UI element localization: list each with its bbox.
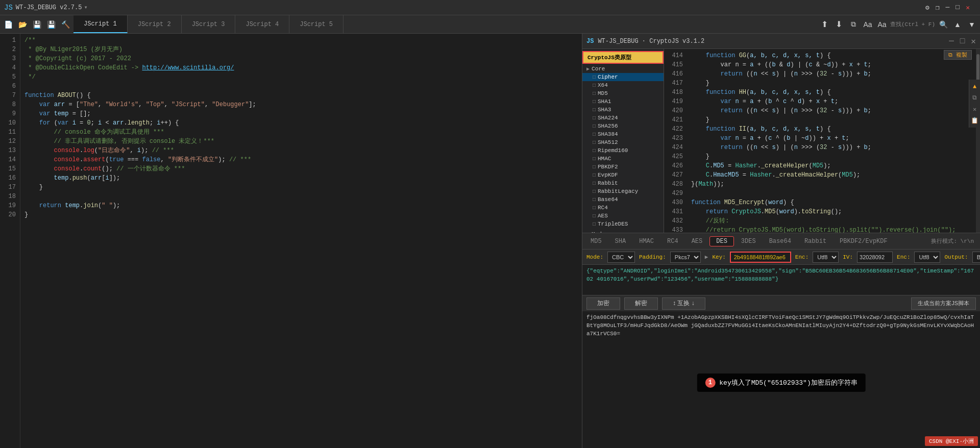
action-row: 加密 解密 ↕ 互换 ↓ 生成当前方案JS脚本 (582, 295, 980, 311)
iv-input[interactable] (857, 252, 893, 263)
crypto-panel-close[interactable]: ─ (949, 37, 954, 46)
encrypt-btn[interactable]: 加密 (586, 297, 620, 310)
maximize-icon[interactable]: □ (953, 3, 962, 12)
tab-sha[interactable]: SHA (609, 237, 632, 246)
crypto-body: CryptoJS类原型 ▶ Core □ Cipher □ X64 (582, 49, 980, 233)
enc2-select[interactable]: Utf8 (914, 252, 940, 263)
decrypt-btn[interactable]: 解密 (624, 297, 658, 310)
new-btn[interactable]: 📄 (2, 18, 14, 31)
algo-tabs: MD5 SHA HMAC RC4 AES DES 3DES Base64 Rab… (582, 233, 980, 249)
tree-item-label: RC4 (598, 205, 608, 211)
tree-item-sha1[interactable]: □ SHA1 (582, 97, 664, 106)
tree-item-sha256[interactable]: □ SHA256 (582, 122, 664, 130)
save-all-btn[interactable]: 💾 (45, 18, 57, 31)
file-icon: □ (593, 172, 596, 178)
side-icons: ▲ ⧉ ✕ 📋 (969, 80, 980, 128)
tab-jscript5[interactable]: JScript 5 (289, 15, 344, 33)
crypto-panel-x[interactable]: ✕ (971, 36, 976, 46)
font-btn[interactable]: Aa (876, 18, 888, 31)
tab-jscript2[interactable]: JScript 2 (128, 15, 182, 33)
tab-3des[interactable]: 3DES (735, 237, 762, 246)
tree-item-aes[interactable]: □ AES (582, 212, 664, 220)
prev-icon[interactable]: ▲ (951, 18, 964, 31)
restore-icon[interactable]: ❐ (934, 3, 942, 13)
tree-item-tripledes[interactable]: □ TripleDES (582, 220, 664, 228)
code-area-right[interactable]: 414415416417 418419420421 422423424425 4… (664, 49, 976, 233)
output-select[interactable]: Base64 (972, 252, 980, 263)
tab-hmac[interactable]: HMAC (633, 237, 660, 246)
minimize-icon[interactable]: ─ (944, 3, 952, 12)
tab-rabbit[interactable]: Rabbit (798, 237, 832, 246)
padding-select[interactable]: Pkcs7 (670, 252, 701, 263)
tree-item-label: SHA512 (598, 139, 618, 145)
line-ending[interactable]: 换行模式: \r\n (927, 237, 978, 245)
open-btn[interactable]: 📂 (16, 18, 29, 31)
crypto-panel: JS WT-JS_DEBUG · CryptoJS v3.1.2 ─ □ ✕ C… (582, 34, 980, 448)
tab-md5[interactable]: MD5 (584, 237, 608, 246)
tree-item-pbkdf2[interactable]: □ PBKDF2 (582, 163, 664, 171)
file-icon: □ (593, 115, 596, 121)
build-btn[interactable]: 🔨 (59, 18, 71, 31)
tree-item-rc4[interactable]: □ RC4 (582, 204, 664, 212)
up-arrow-icon[interactable]: ▲ (970, 82, 980, 92)
crypto-panel-maximize[interactable]: □ (960, 37, 965, 46)
file-icon: □ (593, 107, 596, 113)
copy-icon2[interactable]: ⧉ (847, 18, 860, 31)
tree-item-label: SHA256 (598, 123, 618, 129)
swap-btn[interactable]: ↕ 互换 ↓ (662, 297, 705, 310)
tab-jscript1[interactable]: JScript 1 (74, 15, 128, 33)
copy-icon[interactable]: ⧉ (970, 93, 980, 103)
enc-select[interactable]: Utf8 (813, 252, 839, 263)
tab-base64[interactable]: Base64 (763, 237, 797, 246)
tree-item-sha3[interactable]: □ SHA3 (582, 106, 664, 114)
tree-item-cipher[interactable]: □ Cipher (582, 73, 664, 81)
tab-jscript3[interactable]: JScript 3 (182, 15, 236, 33)
tab-pbkdf2[interactable]: PBKDF2/EvpKDF (834, 237, 894, 246)
tooltip-text: key填入了MD5("65102933")加密后的字符串 (719, 378, 857, 387)
right-toolbar: ⬆ ⬇ ⧉ Aa Aa 查找(Ctrl + F) 🔍 ▲ ▼ (819, 18, 978, 31)
file-icon: □ (593, 181, 596, 186)
right-line-numbers: 414415416417 418419420421 422423424425 4… (664, 51, 687, 233)
paste-icon[interactable]: 📋 (970, 115, 980, 126)
right-scrollbar[interactable] (976, 49, 980, 233)
tree-core-label[interactable]: ▶ Core (582, 65, 664, 73)
input-area[interactable]: {"eqtype":"ANDROID","loginImei":"Android… (582, 264, 980, 295)
tree-item-x64[interactable]: □ X64 (582, 81, 664, 89)
crypto-title-bar: JS WT-JS_DEBUG · CryptoJS v3.1.2 ─ □ ✕ (582, 34, 980, 49)
main-container: 12345 678910 1112131415 1617181920 /** *… (0, 34, 980, 448)
tab-des[interactable]: DES (709, 236, 734, 246)
settings-icon[interactable]: ⚙ (923, 3, 932, 13)
tree-item-sha224[interactable]: □ SHA224 (582, 114, 664, 122)
case-btn[interactable]: Aa (862, 18, 874, 31)
enc2-label: Enc: (897, 254, 910, 260)
tree-item-ripemd160[interactable]: □ Ripemd160 (582, 146, 664, 155)
tree-item-label: TripleDES (598, 221, 628, 227)
code-text[interactable]: /** * @By NLiger2015 (岁月无声) * @Copyright… (20, 34, 582, 448)
tree-item-sha512[interactable]: □ SHA512 (582, 138, 664, 146)
tab-jscript4[interactable]: JScript 4 (235, 15, 289, 33)
key-input[interactable] (730, 252, 791, 263)
tree-item-md5[interactable]: □ MD5 (582, 89, 664, 97)
tree-item-rabbitlegacy[interactable]: □ RabbitLegacy (582, 187, 664, 195)
tree-item-sha384[interactable]: □ SHA384 (582, 130, 664, 138)
generate-script-btn[interactable]: 生成当前方案JS脚本 (911, 297, 976, 310)
search-icon[interactable]: 🔍 (937, 18, 949, 31)
tree-item-base64[interactable]: □ Base64 (582, 195, 664, 204)
copy-btn[interactable]: ⧉ 複製 (944, 50, 972, 60)
tree-item-hmac[interactable]: □ HMAC (582, 155, 664, 163)
tree-item-rabbit[interactable]: □ Rabbit (582, 179, 664, 187)
tree-item-evpkdf[interactable]: □ EvpKDF (582, 171, 664, 179)
code-content: 12345 678910 1112131415 1617181920 /** *… (0, 34, 582, 448)
file-icon: □ (593, 213, 596, 219)
mode-select[interactable]: CBC (607, 252, 635, 263)
clear-icon[interactable]: ✕ (970, 104, 980, 114)
download-icon[interactable]: ⬇ (833, 18, 845, 31)
tab-aes[interactable]: AES (685, 237, 709, 246)
tree-core-group: ▶ Core □ Cipher □ X64 □ MD5 (582, 64, 664, 229)
next-icon[interactable]: ▼ (966, 18, 978, 31)
tree-item-label: Ripemd160 (598, 147, 628, 154)
save-btn[interactable]: 💾 (31, 18, 43, 31)
tab-rc4[interactable]: RC4 (661, 237, 684, 246)
upload-icon[interactable]: ⬆ (819, 18, 831, 31)
close-icon[interactable]: ✕ (964, 3, 972, 13)
